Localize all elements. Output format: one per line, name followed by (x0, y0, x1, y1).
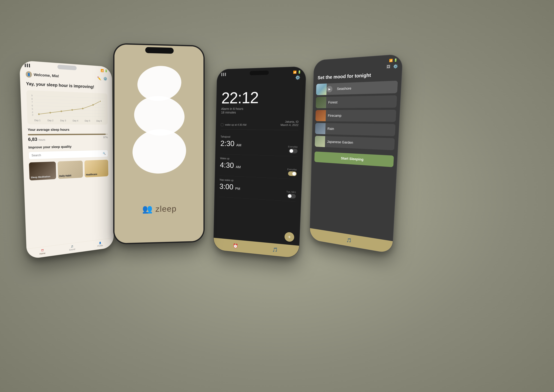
seashore-play-icon[interactable]: ▶ (326, 86, 332, 92)
seashore-name: Seashore (334, 85, 398, 91)
logo-text: zleep (155, 204, 177, 214)
mood-nav-sound[interactable]: 🎵 (346, 237, 352, 243)
welcome-text: Welcome, Mia! (34, 72, 59, 78)
alarm-tahajood: Tahajood 2:30 AM Everyday (220, 133, 298, 157)
average-title: Your average sleep hours (28, 128, 108, 132)
profile-icon: 👤 (99, 242, 101, 244)
rain-name: Rain (325, 127, 395, 133)
header-icons: ✏️ ⚙️ (97, 76, 107, 81)
mood-rain[interactable]: Rain (315, 123, 396, 136)
profile-label: Profile (97, 244, 103, 247)
healthcare-card[interactable]: Healthcare (84, 160, 108, 177)
sleep-hours-bar: 6,83 hours 97% (28, 133, 108, 142)
improve-title: Improve your sleep quality (28, 144, 108, 149)
percent-label: 97% (103, 136, 108, 141)
svg-point-14 (38, 113, 40, 115)
avatar: 👤 (26, 71, 32, 78)
wakeup-time-row: 4:30 AM Everyday (220, 161, 297, 176)
settings-icon[interactable]: ⚙️ (103, 77, 107, 81)
svg-point-18 (82, 108, 83, 109)
current-time: 22:12 (221, 89, 300, 106)
nap-repeat: Tue, Mir1 (286, 190, 296, 194)
splash-notch (145, 47, 174, 54)
svg-point-15 (49, 112, 51, 114)
rain-thumb (315, 123, 326, 134)
forest-thumb (316, 97, 326, 108)
nap-time: 3:00 (219, 182, 233, 191)
tahajood-period: AM (236, 143, 242, 147)
nap-toggle[interactable] (287, 194, 296, 199)
svg-text:8: 8 (31, 98, 33, 100)
edit-icon[interactable]: ✏️ (97, 76, 101, 81)
search-box[interactable]: 🔍 (28, 150, 108, 159)
nav-profile[interactable]: 👤 Profile (97, 241, 103, 247)
daily-habit-card[interactable]: Daily Habit (57, 161, 83, 179)
wakeup-repeat: Everyday (287, 168, 297, 171)
alarm-bottom-nav: ⏰ 🎵 (214, 238, 299, 258)
alarm-wakeup: Wake up 4:30 AM Everyday (220, 154, 297, 179)
alarm-list: Tahajood 2:30 AM Everyday Wake u (215, 133, 304, 202)
nap-time-row: 3:00 PM Tue, Mir1 (219, 182, 296, 199)
svg-line-8 (35, 99, 104, 101)
svg-line-13 (36, 116, 105, 117)
mood-battery: 📶🔋 (389, 58, 397, 63)
mood-firecamp[interactable]: Firecamp (315, 110, 396, 122)
svg-text:6: 6 (32, 104, 33, 107)
tahajood-toggle[interactable] (289, 149, 298, 154)
alarm-signal: ▌▌▌ (221, 73, 227, 76)
phone-alarm: ▌▌▌ 📶🔋 ⚙️ 22:12 Alarm in 6 hours 18 minu… (213, 66, 306, 259)
svg-text:7: 7 (31, 101, 33, 104)
bottom-nav: ⏰ Home 🎵 Sound 👤 Profile (27, 238, 114, 259)
tahajood-time-row: 2:30 AM Everyday (220, 139, 298, 154)
mood-forest[interactable]: Forest (316, 95, 397, 108)
alarm-info: wake up at 4:30 AM Jakarta, ID March 4, … (216, 120, 304, 127)
add-alarm-button[interactable]: + (284, 232, 295, 242)
nap-period: PM (235, 187, 240, 191)
chart-svg: 9 8 7 6 5 4 3 (30, 94, 105, 118)
svg-line-10 (35, 106, 105, 107)
seashore-thumb (316, 84, 327, 95)
nav-sound[interactable]: 🎵 Sound (69, 245, 75, 251)
wakeup-toggle[interactable] (288, 171, 297, 176)
hours-value: 6,83 (28, 137, 37, 142)
garden-thumb (315, 136, 325, 147)
svg-text:5: 5 (32, 108, 33, 110)
wake-up-check: wake up at 4:30 AM (221, 123, 247, 126)
signal-icon: ▌▌▌ (25, 63, 31, 68)
card-grid: Sleep Meditation Daily Habit Healthcare (29, 160, 108, 181)
firecamp-name: Firecamp (326, 114, 396, 118)
wakeup-time: 4:30 (220, 161, 234, 169)
sleep-meditation-card[interactable]: Sleep Meditation (29, 161, 56, 181)
sleep-chart: 9 8 7 6 5 4 3 (26, 90, 108, 125)
mood-settings-icon[interactable]: ⚙️ (393, 64, 398, 69)
search-input[interactable] (31, 152, 103, 157)
svg-text:3: 3 (32, 114, 33, 116)
splash-logo: 👥 zleep (142, 204, 177, 214)
alarm-nav-clock[interactable]: ⏰ (233, 243, 238, 249)
mood-gallery-icon[interactable]: 🖼 (387, 64, 390, 69)
battery-icon: 🔋 (104, 69, 108, 73)
dashboard-title: Yay, your sleep hour is improving! (26, 81, 107, 90)
blob-area (115, 56, 203, 174)
alarm-nap: Nap wake up 3:00 PM Tue, Mir1 (219, 176, 297, 202)
home-icon: ⏰ (41, 249, 44, 252)
svg-point-20 (99, 100, 101, 102)
phone-dashboard: ▌▌▌ 📶 🔋 👤 Welcome, Mia! ✏️ ⚙️ Yay, you (19, 60, 114, 259)
svg-text:9: 9 (31, 94, 33, 97)
mood-japanese-garden[interactable]: Japanese Garden (315, 136, 395, 150)
mood-list: ▶ Seashore Forest Firecamp Rain Japanese (312, 81, 402, 150)
dashboard-header: 👤 Welcome, Mia! ✏️ ⚙️ (26, 71, 107, 82)
start-sleeping-button[interactable]: Start Sleeping (314, 152, 394, 167)
svg-point-17 (71, 109, 73, 111)
alarm-location: Jakarta, ID March 4, 2022 (280, 120, 299, 127)
phone-mood: 📶🔋 🖼 ⚙️ Set the mood for tonight ▶ Seash… (309, 54, 403, 254)
alarm-time-section: 22:12 Alarm in 6 hours 18 minutes (216, 75, 306, 118)
svg-line-7 (35, 96, 104, 98)
svg-point-19 (92, 104, 94, 106)
mood-bottom-nav: 🎵 (310, 228, 393, 254)
nav-home[interactable]: ⏰ Home (39, 249, 45, 255)
logo-icon: 👥 (142, 204, 152, 214)
sound-label: Sound (69, 248, 75, 251)
alarm-nav-sound[interactable]: 🎵 (272, 247, 278, 252)
alarm-battery: 📶🔋 (293, 70, 301, 74)
